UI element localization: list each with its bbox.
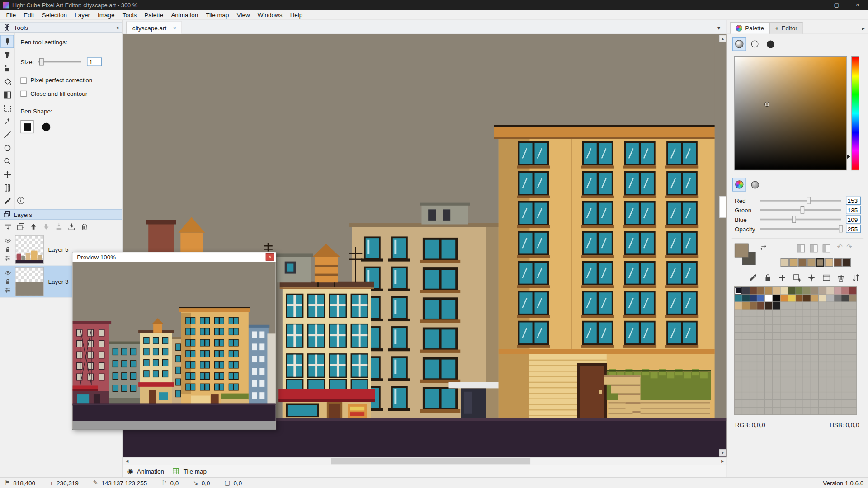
close-fill-checkbox[interactable]: Close and fill contour bbox=[20, 90, 117, 97]
palette-cell[interactable] bbox=[758, 362, 765, 369]
palette-cell[interactable] bbox=[796, 355, 803, 361]
palette-cell[interactable] bbox=[758, 385, 765, 392]
palette-cell[interactable] bbox=[849, 385, 857, 392]
palette-cell[interactable] bbox=[796, 347, 803, 354]
palette-cell[interactable] bbox=[742, 377, 750, 384]
palette-cell[interactable] bbox=[758, 340, 765, 347]
palette-cell[interactable] bbox=[849, 340, 857, 347]
palette-cell[interactable] bbox=[765, 400, 773, 407]
flatten-layer-button[interactable] bbox=[4, 222, 12, 230]
palette-cell[interactable] bbox=[849, 332, 857, 339]
palette-cell[interactable] bbox=[842, 385, 849, 392]
palette-cell[interactable] bbox=[788, 347, 795, 354]
palette-cell[interactable] bbox=[765, 332, 773, 339]
hscroll-thumb[interactable] bbox=[331, 458, 530, 464]
pen-tool-button[interactable] bbox=[1, 35, 13, 47]
palette-cell[interactable] bbox=[826, 302, 834, 309]
palette-cell[interactable] bbox=[750, 302, 757, 309]
palette-cell[interactable] bbox=[750, 325, 757, 332]
shading-mode-button[interactable] bbox=[733, 38, 745, 50]
palette-cell[interactable] bbox=[796, 317, 803, 324]
palette-cell[interactable] bbox=[834, 355, 841, 361]
palette-cell[interactable] bbox=[742, 302, 750, 309]
foreground-color-swatch[interactable] bbox=[735, 244, 749, 258]
tab-editor[interactable]: + Editor bbox=[769, 22, 803, 34]
palette-cell[interactable] bbox=[842, 325, 849, 332]
palette-cell[interactable] bbox=[811, 295, 818, 301]
palette-cell[interactable] bbox=[819, 295, 826, 301]
palette-cell[interactable] bbox=[735, 317, 742, 324]
palette-cell[interactable] bbox=[742, 355, 750, 361]
palette-cell[interactable] bbox=[842, 347, 849, 354]
blue-slider[interactable] bbox=[760, 219, 841, 221]
blue-value-input[interactable] bbox=[846, 215, 861, 223]
palette-cell[interactable] bbox=[750, 393, 757, 399]
undo-icon[interactable]: ↶ bbox=[837, 243, 842, 251]
palette-cell[interactable] bbox=[780, 362, 788, 369]
palette-cell[interactable] bbox=[826, 393, 834, 399]
trash-layer-button[interactable] bbox=[80, 222, 89, 230]
palette-cell[interactable] bbox=[750, 317, 757, 324]
palette-cell[interactable] bbox=[811, 340, 818, 347]
palette-cell[interactable] bbox=[849, 362, 857, 369]
palette-cell[interactable] bbox=[773, 332, 780, 339]
palette-cell[interactable] bbox=[811, 325, 818, 332]
palette-cell[interactable] bbox=[834, 385, 841, 392]
palette-cell[interactable] bbox=[735, 340, 742, 347]
scroll-right-button[interactable]: ▸ bbox=[718, 458, 727, 465]
palette-cell[interactable] bbox=[742, 332, 750, 339]
palette-cell[interactable] bbox=[758, 317, 765, 324]
card-palette-button[interactable] bbox=[822, 273, 831, 282]
palette-cell[interactable] bbox=[819, 400, 826, 407]
palette-cell[interactable] bbox=[834, 362, 841, 369]
green-value-input[interactable] bbox=[846, 206, 861, 214]
palette-cell[interactable] bbox=[773, 355, 780, 361]
palette-cell[interactable] bbox=[735, 400, 742, 407]
layer-lock-icon[interactable] bbox=[5, 246, 11, 253]
minimize-button[interactable]: – bbox=[805, 0, 826, 10]
palette-cell[interactable] bbox=[773, 325, 780, 332]
checkbox-box[interactable] bbox=[20, 77, 26, 83]
palette-cell[interactable] bbox=[750, 347, 757, 354]
panel-expand-icon[interactable]: ▸ bbox=[862, 25, 864, 31]
palette-cell[interactable] bbox=[796, 325, 803, 332]
maximize-button[interactable]: ▢ bbox=[826, 0, 847, 10]
palette-cell[interactable] bbox=[842, 377, 849, 384]
bucket-tool-button[interactable] bbox=[1, 75, 13, 88]
palette-cell[interactable] bbox=[765, 347, 773, 354]
palette-cell[interactable] bbox=[780, 302, 788, 309]
horizontal-scrollbar[interactable]: ◂ ▸ bbox=[123, 457, 727, 465]
layer-settings-icon[interactable] bbox=[5, 255, 11, 262]
palette-cell[interactable] bbox=[750, 355, 757, 361]
palette-cell[interactable] bbox=[796, 377, 803, 384]
palette-cell[interactable] bbox=[780, 370, 788, 377]
palette-cell[interactable] bbox=[811, 400, 818, 407]
move-tool-button[interactable] bbox=[1, 168, 13, 180]
palette-cell[interactable] bbox=[834, 287, 841, 294]
palette-cell[interactable] bbox=[773, 310, 780, 316]
mergedown-layer-button[interactable] bbox=[55, 222, 63, 230]
palette-cell[interactable] bbox=[811, 393, 818, 399]
red-slider[interactable] bbox=[760, 200, 841, 202]
circle-pen-shape-button[interactable] bbox=[39, 120, 52, 133]
palette-cell[interactable] bbox=[842, 362, 849, 369]
palette-cell[interactable] bbox=[750, 332, 757, 339]
palette-cell[interactable] bbox=[742, 408, 750, 414]
palette-cell[interactable] bbox=[834, 370, 841, 377]
palette-cell[interactable] bbox=[735, 362, 742, 369]
vscroll-up-button[interactable]: ▴ bbox=[719, 35, 726, 42]
palette-cell[interactable] bbox=[780, 340, 788, 347]
palette-cell[interactable] bbox=[796, 408, 803, 414]
palette-cell[interactable] bbox=[819, 377, 826, 384]
hscroll-track[interactable] bbox=[132, 458, 718, 465]
tile-map-button[interactable]: Tile map bbox=[184, 468, 207, 474]
palette-cell[interactable] bbox=[773, 393, 780, 399]
palette-cell[interactable] bbox=[834, 310, 841, 316]
palette-cell[interactable] bbox=[796, 310, 803, 316]
palette-cell[interactable] bbox=[773, 295, 780, 301]
palette-cell[interactable] bbox=[758, 408, 765, 414]
menu-help[interactable]: Help bbox=[286, 11, 307, 18]
palette-cell[interactable] bbox=[803, 347, 811, 354]
palette-cell[interactable] bbox=[849, 302, 857, 309]
palette-cell[interactable] bbox=[819, 287, 826, 294]
